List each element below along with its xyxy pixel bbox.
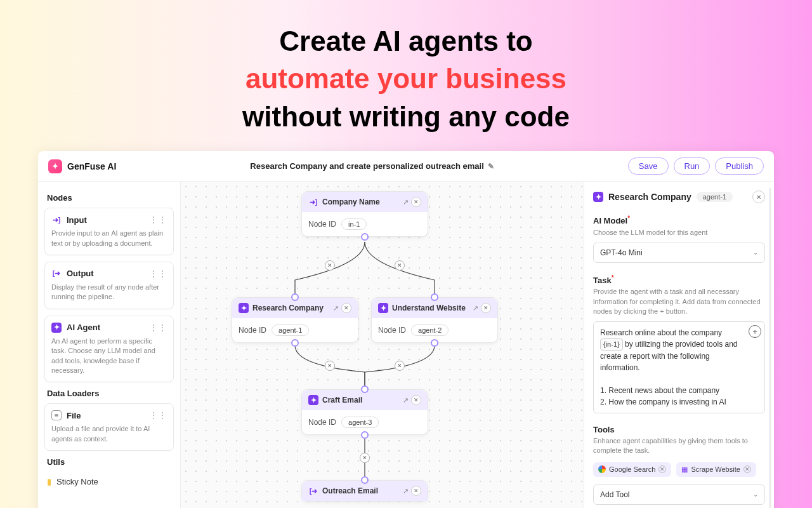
variable-chip[interactable]: {in-1} <box>600 338 623 351</box>
delete-edge-icon[interactable]: ✕ <box>325 361 335 371</box>
sidebar-heading-utils: Utils <box>47 457 171 467</box>
delete-node-icon[interactable]: ✕ <box>411 197 421 207</box>
expand-icon[interactable]: ↗ <box>473 304 478 312</box>
model-select[interactable]: GPT-4o Mini ⌄ <box>593 243 765 263</box>
sidebar-heading-nodes: Nodes <box>47 193 171 203</box>
delete-node-icon[interactable]: ✕ <box>481 303 491 313</box>
sidebar: Nodes ➜] Input ⋮⋮ Provide input to an AI… <box>38 182 181 508</box>
agent-icon: ✦ <box>308 395 318 405</box>
port-in[interactable] <box>431 293 438 301</box>
delete-node-icon[interactable]: ✕ <box>341 303 351 313</box>
delete-node-icon[interactable]: ✕ <box>411 486 421 496</box>
drag-handle-icon[interactable]: ⋮⋮ <box>149 323 167 333</box>
agent-icon: ✦ <box>593 192 603 202</box>
edit-title-icon[interactable]: ✎ <box>488 162 494 171</box>
hero-line1: Create AI agents to <box>279 25 532 57</box>
app-window: ✦ GenFuse AI Research Company and create… <box>38 151 774 508</box>
port-in[interactable] <box>361 476 369 484</box>
palette-node-file[interactable]: ≡ File ⋮⋮ Upload a file and provide it t… <box>44 403 174 451</box>
drag-handle-icon[interactable]: ⋮⋮ <box>149 410 167 420</box>
node-company-name[interactable]: ➜] Company Name ↗ ✕ Node ID in-1 <box>301 191 428 237</box>
publish-button[interactable]: Publish <box>715 157 764 175</box>
palette-node-sticky[interactable]: ▮ Sticky Note <box>44 472 174 486</box>
output-icon: [➜ <box>51 269 62 279</box>
node-id-pill: in-1 <box>341 218 367 230</box>
input-icon: ➜] <box>308 197 318 207</box>
google-icon <box>598 465 606 473</box>
node-research-company[interactable]: ✦ Research Company ↗ ✕ Node ID agent-1 <box>232 297 358 343</box>
hero-line3: without writing any code <box>242 101 570 132</box>
hero-banner: Create AI agents to automate your busine… <box>0 0 812 151</box>
remove-tool-icon[interactable]: ✕ <box>658 465 666 473</box>
agent-icon: ✦ <box>239 303 249 313</box>
add-tool-select[interactable]: Add Tool ⌄ <box>593 485 765 505</box>
file-icon: ≡ <box>51 410 62 420</box>
palette-node-input[interactable]: ➜] Input ⋮⋮ Provide input to an AI agent… <box>44 208 174 255</box>
brand-name: GenFuse AI <box>67 161 116 171</box>
task-textarea[interactable]: Research online about the company {in-1}… <box>593 321 765 413</box>
drag-handle-icon[interactable]: ⋮⋮ <box>149 269 167 279</box>
delete-edge-icon[interactable]: ✕ <box>360 453 370 463</box>
save-button[interactable]: Save <box>628 157 669 175</box>
palette-node-output[interactable]: [➜ Output ⋮⋮ Display the result of any n… <box>44 262 174 309</box>
scrollbar[interactable] <box>769 188 771 508</box>
delete-edge-icon[interactable]: ✕ <box>395 361 405 371</box>
chevron-down-icon: ⌄ <box>753 249 758 256</box>
palette-node-agent[interactable]: ✦ AI Agent ⋮⋮ An AI agent to perform a s… <box>44 316 174 383</box>
node-id-pill: agent-3 <box>341 417 379 428</box>
delete-edge-icon[interactable]: ✕ <box>325 260 335 271</box>
node-outreach-email[interactable]: [➜ Outreach Email ↗ ✕ <box>301 480 428 502</box>
port-in[interactable] <box>291 293 299 301</box>
run-button[interactable]: Run <box>674 157 710 175</box>
expand-icon[interactable]: ↗ <box>403 487 409 495</box>
drag-handle-icon[interactable]: ⋮⋮ <box>149 215 167 225</box>
node-id-pill: agent-2 <box>411 324 449 336</box>
port-out[interactable] <box>361 233 369 241</box>
inspector-agent-id: agent-1 <box>697 192 733 202</box>
tool-scrape-website[interactable]: ▦ Scrape Website ✕ <box>676 462 756 477</box>
expand-icon[interactable]: ↗ <box>333 304 339 312</box>
inspector-panel: ✦ Research Company agent-1 ✕ AI Model* C… <box>584 182 774 508</box>
scrape-icon: ▦ <box>681 465 688 474</box>
remove-tool-icon[interactable]: ✕ <box>743 465 751 473</box>
topbar: ✦ GenFuse AI Research Company and create… <box>38 151 774 182</box>
agent-icon: ✦ <box>378 303 388 313</box>
node-craft-email[interactable]: ✦ Craft Email ↗ ✕ Node ID agent-3 <box>301 389 428 435</box>
port-out[interactable] <box>431 339 438 347</box>
output-icon: [➜ <box>308 486 318 496</box>
delete-edge-icon[interactable]: ✕ <box>395 260 405 271</box>
field-tools: Tools Enhance agent capabilities by givi… <box>593 425 765 505</box>
field-task: Task* Provide the agent with a task and … <box>593 274 765 413</box>
tool-google-search[interactable]: Google Search ✕ <box>593 462 671 477</box>
sidebar-heading-loaders: Data Loaders <box>47 389 171 398</box>
port-out[interactable] <box>291 339 299 347</box>
port-in[interactable] <box>361 385 369 393</box>
port-out[interactable] <box>361 431 369 439</box>
brand-logo-icon: ✦ <box>48 159 62 173</box>
inspector-title: Research Company <box>608 192 691 202</box>
delete-node-icon[interactable]: ✕ <box>411 395 421 405</box>
chevron-down-icon: ⌄ <box>753 491 758 498</box>
field-ai-model: AI Model* Choose the LLM model for this … <box>593 215 765 263</box>
workflow-title[interactable]: Research Company and create personalized… <box>116 161 628 171</box>
expand-icon[interactable]: ↗ <box>403 396 409 404</box>
hero-line2: automate your business <box>246 63 566 94</box>
node-understand-website[interactable]: ✦ Understand Website ↗ ✕ Node ID agent-2 <box>371 297 498 343</box>
expand-icon[interactable]: ↗ <box>403 198 409 206</box>
node-id-pill: agent-1 <box>272 324 309 336</box>
sticky-note-icon: ▮ <box>47 477 51 486</box>
close-inspector-icon[interactable]: ✕ <box>752 190 765 203</box>
agent-icon: ✦ <box>51 323 62 333</box>
input-icon: ➜] <box>51 215 62 225</box>
canvas[interactable]: ✕ ✕ ✕ ✕ ✕ ➜] Company Name ↗ ✕ No <box>181 182 584 508</box>
top-actions: Save Run Publish <box>628 157 764 175</box>
brand[interactable]: ✦ GenFuse AI <box>48 159 116 173</box>
